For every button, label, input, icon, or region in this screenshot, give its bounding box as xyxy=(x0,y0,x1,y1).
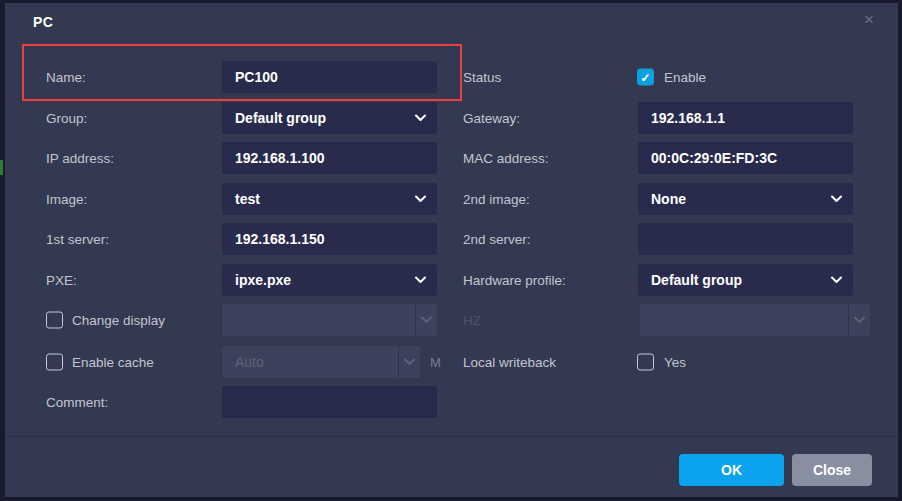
chevron-down-icon xyxy=(831,195,842,203)
mac-address-input[interactable] xyxy=(638,142,853,174)
hz-row: HZ xyxy=(5,304,898,336)
mac-address-label: MAC address: xyxy=(463,151,549,166)
screen-background: PC × Name: Group: Default group IP addre… xyxy=(0,0,902,501)
chevron-down-icon xyxy=(831,276,842,284)
hz-select-disabled xyxy=(640,304,870,336)
second-server-row: 2nd server: xyxy=(5,223,898,255)
close-button[interactable]: Close xyxy=(792,454,872,486)
hardware-profile-label: Hardware profile: xyxy=(463,273,566,288)
mac-address-row: MAC address: xyxy=(5,142,898,174)
comment-input[interactable] xyxy=(222,386,437,418)
status-label: Status xyxy=(463,70,501,85)
local-writeback-checkbox[interactable] xyxy=(637,354,654,371)
dialog-title: PC xyxy=(33,14,53,30)
local-writeback-label: Local writeback xyxy=(463,355,556,370)
second-image-row: 2nd image: None xyxy=(5,183,898,215)
second-image-label: 2nd image: xyxy=(463,192,530,207)
hardware-profile-select-value: Default group xyxy=(651,272,742,288)
second-server-label: 2nd server: xyxy=(463,232,531,247)
ok-button[interactable]: OK xyxy=(679,454,784,486)
pc-dialog: PC × Name: Group: Default group IP addre… xyxy=(5,3,898,497)
gateway-label: Gateway: xyxy=(463,111,520,126)
hardware-profile-row: Hardware profile: Default group xyxy=(5,264,898,296)
check-icon: ✓ xyxy=(640,71,650,85)
second-image-select-value: None xyxy=(651,191,686,207)
status-enable-checkbox[interactable]: ✓ xyxy=(637,69,654,86)
local-writeback-yes-label: Yes xyxy=(664,355,686,370)
comment-row: Comment: xyxy=(5,386,898,418)
gateway-input[interactable] xyxy=(638,102,853,134)
local-writeback-row: Local writeback Yes xyxy=(5,346,898,378)
chevron-down-icon xyxy=(848,304,870,336)
close-icon[interactable]: × xyxy=(857,8,881,32)
hardware-profile-select[interactable]: Default group xyxy=(638,264,853,296)
second-image-select[interactable]: None xyxy=(638,183,853,215)
backdrop-artifact xyxy=(0,160,3,175)
status-enable-label: Enable xyxy=(664,70,706,85)
second-server-input[interactable] xyxy=(638,223,853,255)
gateway-row: Gateway: xyxy=(5,102,898,134)
comment-label: Comment: xyxy=(46,395,108,410)
hz-label: HZ xyxy=(463,313,481,328)
status-row: Status ✓ Enable xyxy=(5,61,898,93)
footer-divider xyxy=(5,436,898,437)
